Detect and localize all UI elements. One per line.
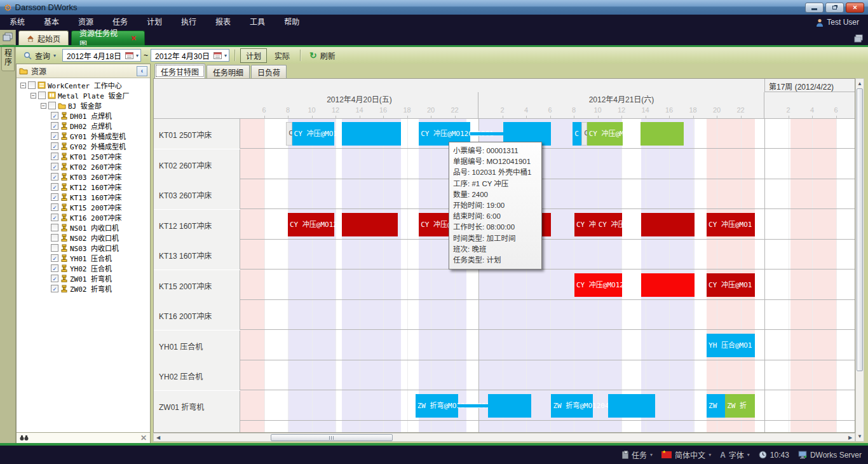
date-from-field[interactable]: 2012年 4月18日 ▾ — [62, 49, 141, 62]
tree-checkbox[interactable]: ✓ — [51, 275, 58, 282]
scroll-left-icon[interactable]: ◀ — [154, 433, 163, 441]
tree-item[interactable]: −WorkCenter 工作中心 — [17, 80, 150, 90]
status-task-menu[interactable]: 任务 ▾ — [622, 449, 653, 460]
gantt-task-bar[interactable] — [608, 394, 655, 418]
tree-expander-icon[interactable]: − — [20, 83, 26, 88]
search-button[interactable]: 查询 ▾ — [20, 49, 60, 62]
tree-checkbox[interactable]: ✓ — [51, 254, 58, 262]
scroll-right-icon[interactable]: ▶ — [846, 433, 855, 441]
gantt-task-bar[interactable]: CY 冲压@MO12041902 — [587, 122, 623, 146]
tree-item[interactable]: ✓KT03 260T冲床 — [17, 172, 150, 182]
tree-item[interactable]: NS01 内收口机 — [17, 222, 150, 233]
menu-item-执行[interactable]: 执行 — [172, 15, 206, 30]
tree-checkbox[interactable]: ✓ — [51, 153, 58, 160]
tree-item[interactable]: ✓KT13 160T冲床 — [17, 192, 150, 202]
vertical-scrollbar-thumb[interactable] — [857, 88, 863, 371]
collapse-panel-button[interactable]: ‹ — [137, 66, 147, 76]
cascade-windows-icon[interactable] — [3, 32, 13, 42]
view-tab-任务明细[interactable]: 任务明细 — [207, 65, 250, 78]
panel-close-icon[interactable]: ✕ — [140, 433, 147, 442]
status-font-menu[interactable]: A 字体 ▾ — [720, 449, 750, 460]
horizontal-scrollbar[interactable]: ◀ ▶ — [153, 433, 855, 442]
tree-checkbox[interactable]: ✓ — [51, 264, 58, 272]
date-to-field[interactable]: 2012年 4月30日 ▾ — [151, 49, 229, 62]
tree-expander-icon[interactable]: − — [31, 93, 36, 99]
tree-checkbox[interactable]: ✓ — [51, 193, 58, 201]
tree-checkbox[interactable] — [51, 224, 58, 231]
menu-item-系统[interactable]: 系统 — [0, 15, 34, 30]
tree-item[interactable]: ✓DH01 点焊机 — [17, 111, 150, 121]
gantt-task-bar[interactable] — [641, 273, 695, 297]
tree-item[interactable]: ✓YH01 压合机 — [17, 253, 150, 263]
gantt-task-bar[interactable]: ZW — [707, 394, 725, 418]
close-button[interactable]: ✕ — [846, 3, 864, 13]
tree-checkbox[interactable]: ✓ — [51, 112, 58, 119]
tree-checkbox[interactable]: ✓ — [51, 163, 58, 170]
plan-toggle-button[interactable]: 计划 — [240, 48, 267, 63]
status-language-menu[interactable]: 简体中文 ▾ — [661, 449, 711, 460]
gantt-task-bar[interactable]: CY 冲压@MO12041903 — [574, 273, 622, 297]
tree-checkbox[interactable]: ✓ — [51, 142, 58, 150]
gantt-task-bar[interactable]: CY 冲压@MO12041901 — [292, 122, 335, 146]
tree-item[interactable]: ✓KT01 250T冲床 — [17, 151, 150, 161]
tree-checkbox[interactable] — [51, 234, 58, 242]
menu-item-基本[interactable]: 基本 — [34, 15, 69, 30]
menu-item-工具[interactable]: 工具 — [240, 15, 275, 30]
minimize-button[interactable] — [805, 3, 824, 13]
tree-item[interactable]: ✓KT12 160T冲床 — [17, 182, 150, 192]
gantt-task-bar[interactable] — [641, 122, 684, 146]
gantt-task-bar[interactable]: CY 冲 — [574, 213, 597, 236]
tree-item[interactable]: ✓DH02 点焊机 — [17, 121, 150, 131]
binoculars-icon[interactable] — [20, 435, 29, 441]
gantt-task-bar[interactable]: CY 冲压@MO1 — [707, 273, 755, 297]
tab-close-icon[interactable]: ✕ — [131, 34, 137, 43]
gantt-task-bar[interactable]: ZW 折 — [725, 394, 755, 418]
gantt-task-bar[interactable]: C — [286, 122, 292, 146]
current-user[interactable]: Test User — [816, 18, 868, 27]
actual-toggle-button[interactable]: 实际 — [269, 49, 295, 62]
tree-checkbox[interactable] — [38, 92, 46, 99]
menu-item-计划[interactable]: 计划 — [137, 15, 172, 30]
restore-button[interactable] — [825, 3, 844, 13]
window-list-icon[interactable] — [854, 34, 863, 43]
tree-item[interactable]: ✓YH02 压合机 — [17, 263, 150, 273]
scroll-down-icon[interactable]: ▼ — [856, 432, 864, 440]
tree-item[interactable]: ✓ZW01 折弯机 — [17, 273, 150, 283]
tree-checkbox[interactable]: ✓ — [51, 183, 58, 191]
tree-checkbox[interactable]: ✓ — [51, 173, 58, 181]
refresh-button[interactable]: ↻ 刷新 — [306, 49, 339, 62]
tree-item[interactable]: ✓KT02 260T冲床 — [17, 161, 150, 172]
tree-checkbox[interactable]: ✓ — [51, 122, 58, 130]
scroll-up-icon[interactable]: ▲ — [856, 79, 864, 88]
gantt-task-bar[interactable]: C — [581, 122, 587, 146]
tree-item[interactable]: ✓ZW02 折弯机 — [17, 283, 150, 294]
gantt-task-bar[interactable] — [488, 394, 531, 418]
view-tab-任务甘特图[interactable]: 任务甘特图 — [154, 64, 205, 78]
tree-checkbox[interactable]: ✓ — [51, 214, 58, 221]
gantt-task-bar[interactable]: CY 冲压@MO12041904 — [288, 213, 334, 236]
gantt-task-bar[interactable] — [342, 213, 398, 236]
tree-checkbox[interactable]: ✓ — [51, 132, 58, 140]
gantt-task-bar[interactable] — [342, 122, 401, 146]
gantt-task-bar[interactable]: CY 冲压@MO1 — [707, 213, 755, 236]
gantt-task-bar[interactable]: C — [573, 122, 581, 146]
tree-expander-icon[interactable]: − — [41, 103, 46, 109]
horizontal-scrollbar-thumb[interactable] — [271, 434, 393, 441]
gantt-task-bar[interactable]: YH 压合@MO1 — [707, 334, 755, 357]
tab-home[interactable]: 起始页 — [18, 31, 69, 45]
menu-item-帮助[interactable]: 帮助 — [275, 15, 309, 30]
tree-item[interactable]: −Metal Plate 钣金厂 — [17, 90, 150, 100]
tree-item[interactable]: −BJ 钣金部 — [17, 100, 150, 111]
gantt-task-bar[interactable] — [641, 213, 695, 236]
tree-item[interactable]: ✓KT16 200T冲床 — [17, 212, 150, 222]
tree-checkbox[interactable] — [48, 102, 56, 109]
menu-item-报表[interactable]: 报表 — [206, 15, 240, 30]
tree-item[interactable]: ✓GY01 外桶成型机 — [17, 131, 150, 141]
vertical-scrollbar[interactable]: ▲ ▼ — [855, 78, 864, 442]
tree-checkbox[interactable]: ✓ — [51, 285, 58, 292]
tree-checkbox[interactable] — [28, 81, 36, 89]
tab-resource-task-view[interactable]: 资源任务视图 ✕ — [71, 31, 145, 45]
tree-checkbox[interactable] — [51, 244, 58, 252]
tree-checkbox[interactable]: ✓ — [51, 203, 58, 211]
tree-item[interactable]: ✓GY02 外桶成型机 — [17, 141, 150, 151]
